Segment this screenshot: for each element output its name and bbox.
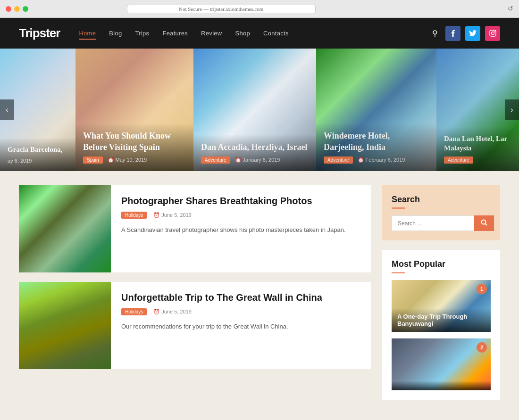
twitter-button[interactable] bbox=[465, 26, 480, 41]
nav-review[interactable]: Review bbox=[201, 30, 222, 37]
slide-4-title: Windemere Hotel, Darjeeling, India bbox=[324, 131, 429, 153]
slide-5-overlay: Dana Lan Hotel, Lar Malaysia Adventure bbox=[436, 127, 519, 171]
article-2-description: Our recommendations for your trip to the… bbox=[121, 322, 360, 332]
close-button[interactable] bbox=[6, 6, 11, 12]
instagram-button[interactable] bbox=[485, 26, 500, 41]
popular-item-2-overlay bbox=[392, 381, 491, 390]
slide-5-title: Dana Lan Hotel, Lar Malaysia bbox=[444, 134, 519, 153]
slide-2[interactable]: What You Should Know Before Visiting Spa… bbox=[75, 49, 193, 171]
logo-part2: ster bbox=[40, 26, 60, 40]
popular-item-1-number: 1 bbox=[477, 284, 487, 294]
nav-trips[interactable]: Trips bbox=[135, 30, 150, 37]
article-2-date: ⏰June 5, 2019 bbox=[153, 309, 192, 315]
popular-item-1[interactable]: 1 A One-day Trip Through Banyuwangi bbox=[392, 280, 491, 332]
search-submit-button[interactable] bbox=[474, 215, 494, 231]
slide-1-overlay: Gracia Barcelona, ay 6, 2019 bbox=[0, 138, 75, 172]
popular-item-2-number: 2 bbox=[477, 342, 487, 353]
slider-prev-button[interactable]: ‹ bbox=[0, 99, 14, 120]
main-nav: Home Blog Trips Features Review Shop Con… bbox=[79, 30, 432, 37]
reload-button[interactable]: ↺ bbox=[508, 5, 513, 13]
slider-next-button[interactable]: › bbox=[505, 99, 519, 120]
article-2-title[interactable]: Unforgettable Trip to The Great Wall in … bbox=[121, 291, 360, 304]
popular-item-2[interactable]: 2 bbox=[392, 338, 491, 390]
slide-4-tag: Adventure bbox=[324, 156, 353, 164]
search-widget-underline bbox=[392, 207, 405, 209]
slides-container: Gracia Barcelona, ay 6, 2019 What You Sh… bbox=[0, 49, 519, 171]
maximize-button[interactable] bbox=[23, 6, 28, 12]
popular-widget-title: Most Popular bbox=[392, 259, 491, 269]
slide-4-meta: Adventure ⏰February 6, 2019 bbox=[324, 156, 429, 164]
slide-3-title: Dan Accadia, Herzliya, Israel bbox=[201, 142, 309, 153]
facebook-button[interactable] bbox=[445, 26, 460, 41]
nav-shop[interactable]: Shop bbox=[235, 30, 251, 37]
slide-3-tag: Adventure bbox=[201, 156, 230, 164]
slide-2-overlay: What You Should Know Before Visiting Spa… bbox=[75, 123, 193, 171]
article-2-meta: Holidays ⏰June 5, 2019 bbox=[121, 308, 360, 315]
popular-widget: Most Popular 1 A One-day Trip Through Ba… bbox=[382, 250, 500, 400]
slide-3-overlay: Dan Accadia, Herzliya, Israel Adventure … bbox=[193, 134, 316, 171]
svg-line-4 bbox=[486, 224, 487, 226]
url-bar[interactable]: Not Secure — tripster.axiomthemes.com bbox=[127, 5, 316, 13]
slide-3[interactable]: Dan Accadia, Herzliya, Israel Adventure … bbox=[193, 49, 316, 171]
slide-2-tag: Spain bbox=[83, 156, 103, 164]
article-1-title[interactable]: Photographer Shares Breathtaking Photos bbox=[121, 195, 360, 207]
svg-point-3 bbox=[482, 220, 486, 224]
search-row bbox=[392, 215, 491, 231]
main-area: Photographer Shares Breathtaking Photos … bbox=[0, 171, 519, 414]
site-header: Tripster Home Blog Trips Features Review… bbox=[0, 18, 519, 49]
header-right: ⚲ bbox=[432, 26, 500, 41]
article-1-image bbox=[19, 185, 111, 272]
popular-widget-underline bbox=[392, 272, 405, 273]
slide-1-meta: ay 6, 2019 bbox=[8, 158, 68, 164]
slide-2-date: ⏰May 10, 2019 bbox=[108, 157, 147, 163]
nav-blog[interactable]: Blog bbox=[109, 30, 122, 37]
search-input[interactable] bbox=[392, 215, 474, 231]
slide-3-date: ⏰January 6, 2019 bbox=[235, 157, 280, 163]
slide-1-date: ay 6, 2019 bbox=[8, 158, 32, 164]
svg-point-2 bbox=[494, 31, 495, 32]
search-icon[interactable]: ⚲ bbox=[432, 29, 438, 38]
articles-content: Photographer Shares Breathtaking Photos … bbox=[19, 185, 371, 400]
nav-home[interactable]: Home bbox=[79, 30, 96, 37]
article-2-body: Unforgettable Trip to The Great Wall in … bbox=[111, 282, 371, 369]
sidebar: Search Most Popular 1 A One-day Tr bbox=[382, 185, 500, 400]
slide-4[interactable]: Windemere Hotel, Darjeeling, India Adven… bbox=[316, 49, 436, 171]
logo-part1: Trip bbox=[19, 26, 40, 40]
article-2-image bbox=[19, 282, 111, 369]
article-2-tag[interactable]: Holidays bbox=[121, 308, 147, 315]
minimize-button[interactable] bbox=[14, 6, 20, 12]
article-card-2: Unforgettable Trip to The Great Wall in … bbox=[19, 282, 371, 369]
slide-5-meta: Adventure bbox=[444, 156, 519, 164]
svg-point-1 bbox=[491, 32, 494, 35]
slide-4-date: ⏰February 6, 2019 bbox=[358, 157, 405, 163]
article-1-tag[interactable]: Holidays bbox=[121, 212, 147, 219]
slide-3-meta: Adventure ⏰January 6, 2019 bbox=[201, 156, 309, 164]
popular-item-1-title: A One-day Trip Through Banyuwangi bbox=[397, 313, 485, 327]
browser-chrome: Not Secure — tripster.axiomthemes.com ↺ bbox=[0, 0, 519, 18]
article-card-1: Photographer Shares Breathtaking Photos … bbox=[19, 185, 371, 272]
slide-4-overlay: Windemere Hotel, Darjeeling, India Adven… bbox=[316, 123, 436, 171]
search-widget: Search bbox=[382, 185, 500, 240]
hero-slider: ‹ Gracia Barcelona, ay 6, 2019 What You … bbox=[0, 49, 519, 171]
article-1-meta: Holidays ⏰June 5, 2019 bbox=[121, 212, 360, 219]
popular-item-1-overlay: A One-day Trip Through Banyuwangi bbox=[392, 308, 491, 332]
slide-5-tag: Adventure bbox=[444, 156, 473, 164]
nav-contacts[interactable]: Contacts bbox=[263, 30, 289, 37]
site-wrapper: Tripster Home Blog Trips Features Review… bbox=[0, 18, 519, 414]
traffic-lights bbox=[6, 6, 28, 12]
article-1-description: A Scandinavian travel photographer shows… bbox=[121, 225, 360, 235]
article-1-body: Photographer Shares Breathtaking Photos … bbox=[111, 185, 371, 272]
article-1-date: ⏰June 5, 2019 bbox=[153, 212, 192, 218]
nav-features[interactable]: Features bbox=[162, 30, 188, 37]
slide-1-title: Gracia Barcelona, bbox=[8, 145, 68, 155]
slide-2-meta: Spain ⏰May 10, 2019 bbox=[83, 156, 186, 164]
slide-2-title: What You Should Know Before Visiting Spa… bbox=[83, 131, 186, 153]
site-logo[interactable]: Tripster bbox=[19, 26, 60, 41]
search-widget-title: Search bbox=[392, 195, 491, 205]
